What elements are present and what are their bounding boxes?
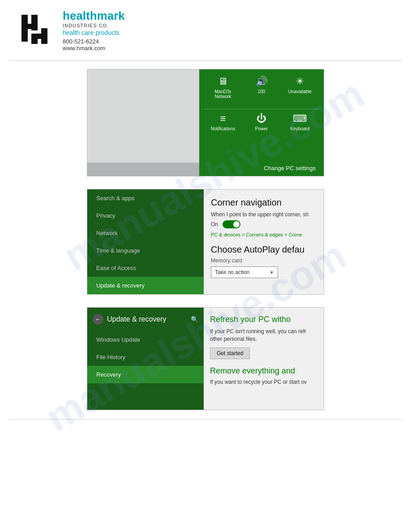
sc1-network-icon-item: 🖥 ManD3xNetwork — [207, 76, 239, 99]
sc1-notifications-icon-item[interactable]: ≡ Notifications — [207, 113, 239, 131]
sc2-ease-access-item[interactable]: Ease of Access — [87, 259, 204, 277]
corner-nav-desc: When I point to the upper-right corner, … — [211, 211, 317, 218]
keyboard-label: Keyboard — [291, 126, 310, 131]
logo-name: healthmark — [63, 9, 125, 23]
volume-icon: 🔊 — [256, 76, 268, 87]
memory-label: Memory card — [211, 257, 317, 264]
sc2-right-content: Corner navigation When I point to the up… — [204, 189, 324, 294]
svg-rect-5 — [31, 34, 47, 39]
footer-divider — [9, 419, 402, 420]
sc1-keyboard-icon-item[interactable]: ⌨ Keyboard — [284, 113, 316, 131]
logo-www: www.hmark.com — [63, 45, 125, 51]
network-icon: 🖥 — [218, 76, 228, 87]
notifications-label: Notifications — [211, 126, 235, 131]
sc1-brightness-icon-item: ☀ Unavailable — [284, 76, 316, 99]
logo-icon — [18, 10, 54, 51]
power-icon: ⏻ — [257, 113, 266, 124]
sc3-windows-update-item[interactable]: Windows Update — [87, 331, 204, 348]
sc2-privacy-item[interactable]: Privacy — [87, 207, 204, 224]
sc1-icons-row2: ≡ Notifications ⏻ Power ⌨ Keyboard — [204, 113, 319, 131]
dropdown-value: Take no action — [215, 269, 249, 275]
sc3-recovery-item[interactable]: Recovery — [87, 366, 204, 383]
keyboard-icon: ⌨ — [293, 113, 307, 124]
get-started-button[interactable]: Get started — [210, 348, 250, 359]
sc3-right-content: Refresh your PC witho If your PC isn't r… — [204, 308, 324, 410]
sc1-taskbar — [87, 163, 199, 176]
breadcrumb[interactable]: PC & devices > Corners & edges > Corne — [211, 232, 317, 237]
refresh-title: Refresh your PC witho — [210, 315, 317, 324]
sc1-volume-icon-item: 🔊 100 — [246, 76, 277, 99]
sc2-time-language-item[interactable]: Time & language — [87, 242, 204, 259]
svg-rect-2 — [31, 15, 38, 30]
logo-industries: INDUSTRIES CO. — [63, 23, 125, 28]
notifications-icon: ≡ — [220, 113, 226, 124]
back-icon: ← — [95, 316, 101, 323]
power-label: Power — [255, 126, 268, 131]
autoplay-dropdown[interactable]: Take no action ▼ — [211, 266, 278, 278]
toggle-on-label: On — [211, 221, 218, 227]
network-label: ManD3xNetwork — [214, 89, 231, 99]
sc2-left-menu: Search & apps Privacy Network Time & lan… — [87, 189, 204, 294]
volume-label: 100 — [258, 89, 265, 94]
update-recovery-title: Update & recovery — [107, 315, 187, 323]
sc1-left-panel — [87, 69, 199, 176]
back-button[interactable]: ← — [93, 314, 103, 325]
header: healthmark INDUSTRIES CO. health care pr… — [0, 0, 411, 60]
sc1-icons-row1: 🖥 ManD3xNetwork 🔊 100 ☀ Unavailable — [204, 76, 319, 99]
sc3-left-panel: ← Update & recovery 🔍 Windows Update Fil… — [87, 308, 204, 410]
remove-title: Remove everything and — [210, 366, 317, 376]
screenshot3-wrapper: ← Update & recovery 🔍 Windows Update Fil… — [0, 299, 411, 415]
sc1-charms-panel: 🖥 ManD3xNetwork 🔊 100 ☀ Unavailable ≡ No… — [199, 69, 324, 176]
screenshot2-wrapper: Search & apps Privacy Network Time & lan… — [0, 181, 411, 299]
sc3-file-history-item[interactable]: File History — [87, 348, 204, 366]
logo-phone: 800-521-6224 — [63, 38, 125, 45]
update-recovery-screenshot: ← Update & recovery 🔍 Windows Update Fil… — [87, 307, 324, 410]
remove-desc: If you want to recycle your PC or start … — [210, 378, 317, 386]
sc2-network-item[interactable]: Network — [87, 224, 204, 242]
charms-bar-screenshot: 🖥 ManD3xNetwork 🔊 100 ☀ Unavailable ≡ No… — [87, 69, 324, 176]
corner-nav-title: Corner navigation — [211, 197, 317, 208]
search-icon[interactable]: 🔍 — [191, 316, 198, 323]
sc1-divider — [204, 109, 319, 109]
pc-settings-screenshot: Search & apps Privacy Network Time & lan… — [87, 189, 324, 295]
sc2-update-recovery-item[interactable]: Update & recovery — [87, 277, 204, 294]
dropdown-arrow-icon: ▼ — [270, 270, 274, 275]
corner-nav-toggle-row: On — [211, 220, 317, 228]
sc3-header: ← Update & recovery 🔍 — [87, 308, 204, 331]
logo-text-block: healthmark INDUSTRIES CO. health care pr… — [63, 9, 125, 51]
screenshot1-wrapper: 🖥 ManD3xNetwork 🔊 100 ☀ Unavailable ≡ No… — [0, 61, 411, 181]
brightness-label: Unavailable — [288, 89, 312, 94]
sc1-power-icon-item[interactable]: ⏻ Power — [246, 113, 277, 131]
corner-nav-toggle[interactable] — [223, 220, 240, 228]
brightness-icon: ☀ — [295, 76, 304, 87]
change-pc-settings-link[interactable]: Change PC settings — [204, 165, 319, 172]
logo-health: health care products — [63, 29, 125, 36]
sc2-search-apps-item[interactable]: Search & apps — [87, 189, 204, 207]
autoplay-title: Choose AutoPlay defau — [211, 245, 317, 255]
refresh-desc: If your PC isn't running well, you can r… — [210, 328, 317, 343]
